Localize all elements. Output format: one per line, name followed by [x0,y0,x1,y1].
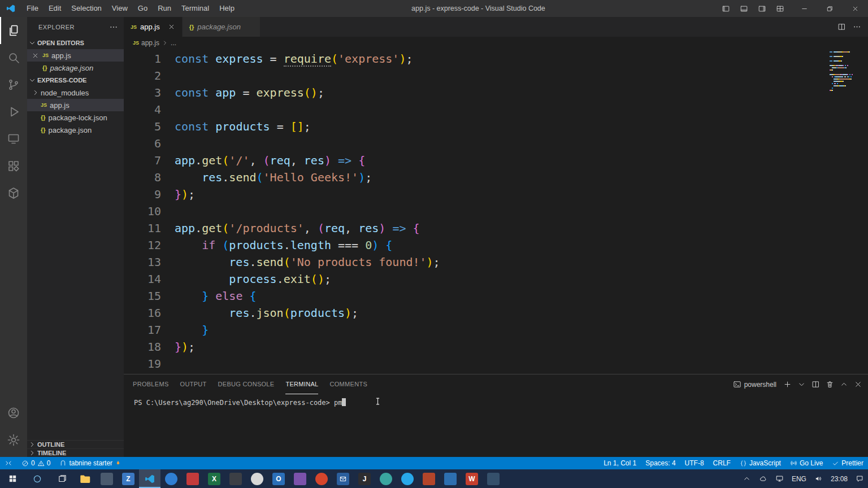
status-language-mode[interactable]: JavaScript [735,457,785,469]
status-remote-window[interactable] [0,457,17,469]
menu-go[interactable]: Go [133,0,153,17]
activity-references[interactable] [0,180,27,207]
taskbar-excel[interactable]: X [203,469,225,488]
taskbar-skype[interactable] [397,469,418,488]
activity-explorer[interactable] [0,17,27,44]
close-tab-icon[interactable] [168,23,175,30]
status-eol[interactable]: CRLF [709,457,735,469]
split-terminal-button[interactable] [811,380,820,389]
taskbar-app-j[interactable]: J [354,469,375,488]
toggle-panel-button[interactable] [735,1,752,16]
activity-account[interactable] [0,399,27,426]
status-tabnine[interactable]: tabnine starter [55,457,126,469]
close-icon[interactable] [32,52,39,59]
taskbar-app-orange[interactable] [418,469,440,488]
taskbar-edge[interactable] [160,469,182,488]
start-button[interactable] [0,469,25,488]
split-editor-button[interactable] [837,23,846,31]
taskbar-app-dark[interactable] [225,469,246,488]
activity-extensions[interactable] [0,152,27,180]
file-app.js[interactable]: JSapp.js [27,99,124,111]
volume-icon [814,474,823,483]
taskbar-visual-studio[interactable] [289,469,311,488]
tab-app.js[interactable]: JSapp.js [124,17,183,37]
more-editor-actions-button[interactable] [853,23,861,31]
menu-terminal[interactable]: Terminal [176,0,214,17]
tray-onedrive[interactable] [755,469,771,488]
terminal-shell-selector[interactable]: powershell [733,380,776,389]
taskbar-outlook[interactable]: O [268,469,289,488]
folder-header[interactable]: EXPRESS-CODE [27,74,124,86]
taskbar-monitor-app[interactable] [483,469,504,488]
maximize-panel-button[interactable] [840,380,848,389]
menu-edit[interactable]: Edit [44,0,66,17]
taskbar-chrome[interactable] [246,469,268,488]
file-package-lock.json[interactable]: {}package-lock.json [27,111,124,124]
restore-button[interactable] [817,0,843,17]
cortana-search-button[interactable] [25,469,50,488]
close-window-button[interactable] [843,0,868,17]
tray-network[interactable] [771,469,788,488]
minimap[interactable] [830,51,862,94]
kill-terminal-button[interactable] [826,380,834,389]
tab-package.json[interactable]: {}package.json [183,17,261,37]
taskbar-app-red[interactable] [182,469,203,488]
status-go-live[interactable]: Go Live [785,457,827,469]
panel-tab-terminal[interactable]: TERMINAL [285,374,318,394]
activity-source-control[interactable] [0,71,27,98]
new-terminal-button[interactable] [783,380,792,389]
clock[interactable]: 23:08 [827,469,852,488]
taskbar-photos-app[interactable] [96,469,118,488]
taskbar-file-explorer[interactable] [75,469,96,488]
taskbar-brave[interactable] [311,469,332,488]
menu-file[interactable]: File [21,0,44,17]
more-actions-icon[interactable] [109,23,118,32]
customize-layout-button[interactable] [771,1,788,16]
tray-hidden-icons[interactable] [739,469,755,488]
status-encoding[interactable]: UTF-8 [680,457,709,469]
activity-remote-explorer[interactable] [0,125,27,152]
file-node_modules[interactable]: node_modules [27,86,124,99]
action-center-button[interactable] [852,469,868,488]
taskbar-app-teal[interactable] [375,469,397,488]
taskbar-display-app[interactable] [440,469,461,488]
activity-run-debug[interactable] [0,98,27,125]
status-problems[interactable]: 00 [17,457,55,469]
terminal[interactable]: PS C:\Users\ag290\OneDrive\Desktop\expre… [124,394,868,457]
status-prettier[interactable]: Prettier [827,457,868,469]
open-editor-package.json[interactable]: {}package.json [27,62,124,74]
task-view-button[interactable] [50,469,75,488]
breadcrumb-file[interactable]: app.js [141,39,159,47]
taskbar-word-red[interactable]: W [461,469,483,488]
open-editors-header[interactable]: OPEN EDITORS [27,37,124,49]
menu-run[interactable]: Run [153,0,176,17]
close-panel-button[interactable] [854,380,862,389]
toggle-sidebar-button[interactable] [717,1,734,16]
toggle-secondary-sidebar-button[interactable] [753,1,770,16]
language-indicator[interactable]: ENG [788,469,810,488]
taskbar-mail[interactable] [332,469,354,488]
activity-settings[interactable] [0,426,27,454]
menu-selection[interactable]: Selection [66,0,106,17]
launch-profile-button[interactable] [797,380,806,389]
open-editor-app.js[interactable]: JSapp.js [27,49,124,62]
taskbar-app-z[interactable]: Z [118,469,139,488]
section-timeline[interactable]: TIMELINE [27,448,124,457]
breadcrumb-more[interactable]: ... [171,39,176,47]
taskbar-vscode[interactable] [139,469,160,488]
panel-tab-comments[interactable]: COMMENTS [329,374,367,394]
file-package.json[interactable]: {}package.json [27,124,124,136]
code-content[interactable]: const express = require('express');const… [161,50,440,374]
status-cursor-position[interactable]: Ln 1, Col 1 [599,457,641,469]
activity-search[interactable] [0,44,27,71]
minimize-button[interactable] [792,0,817,17]
menu-view[interactable]: View [107,0,133,17]
section-outline[interactable]: OUTLINE [27,440,124,448]
code-editor[interactable]: 12345678910111213141516171819 const expr… [124,49,868,374]
panel-tab-problems[interactable]: PROBLEMS [133,374,169,394]
panel-tab-debug-console[interactable]: DEBUG CONSOLE [218,374,275,394]
status-indentation[interactable]: Spaces: 4 [641,457,680,469]
panel-tab-output[interactable]: OUTPUT [180,374,207,394]
menu-help[interactable]: Help [214,0,240,17]
volume-tray[interactable] [810,469,827,488]
